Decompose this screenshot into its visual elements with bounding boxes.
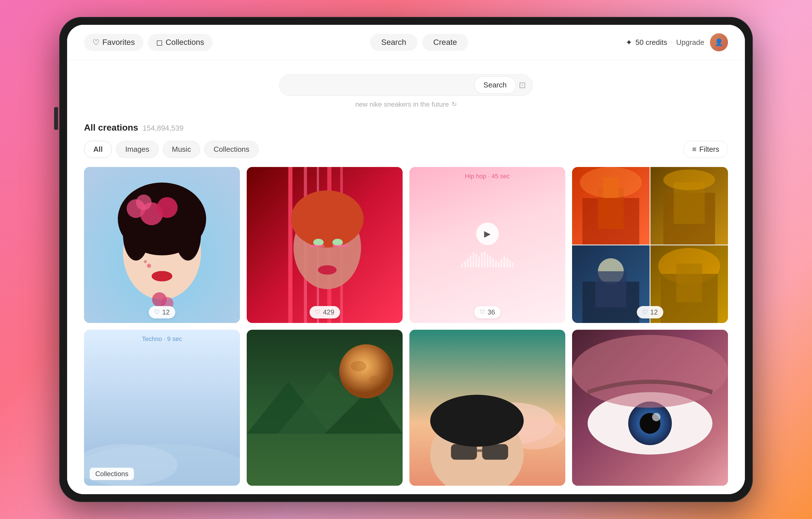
like-badge-0: ♡ 12 (149, 306, 175, 319)
collections-label: Collections (166, 38, 204, 47)
svg-point-52 (351, 361, 366, 372)
wave-bar (470, 255, 471, 268)
like-badge-1: ♡ 429 (309, 306, 340, 319)
grid-item-3[interactable]: ♡ 12 (572, 167, 728, 323)
main-content: All creations 154,894,539 All Images (67, 117, 745, 494)
image-search-icon[interactable] (519, 80, 526, 90)
grid-item-5[interactable] (247, 330, 403, 486)
svg-point-53 (369, 376, 379, 383)
grid-item-7[interactable] (572, 330, 728, 486)
svg-point-67 (572, 335, 728, 408)
image-techno: Techno · 9 sec (84, 330, 240, 486)
svg-rect-60 (477, 449, 482, 452)
grid-item-1[interactable]: ♡ 429 (247, 167, 403, 323)
heart-icon-1: ♡ (315, 308, 321, 316)
grid-item-inner-4: Techno · 9 sec Collections (84, 330, 240, 486)
like-badge-3: ♡ 12 (637, 306, 663, 319)
heart-icon (92, 38, 99, 47)
credits-value: 50 credits (636, 38, 667, 47)
wave-bar (464, 261, 466, 268)
play-icon (484, 229, 491, 239)
image-eye (572, 330, 728, 486)
image-castle-grid (572, 167, 728, 323)
tabs-left: All Images Music Collections (84, 141, 259, 158)
image-music: Hip hop · 45 sec (409, 167, 565, 323)
waveform (461, 251, 514, 268)
svg-point-4 (175, 209, 201, 261)
wave-bar (461, 263, 463, 268)
creations-count: 154,894,539 (143, 124, 183, 133)
play-button[interactable] (476, 223, 499, 245)
svg-point-9 (152, 271, 173, 281)
wave-bar (492, 258, 494, 268)
svg-point-35 (663, 169, 715, 190)
svg-rect-15 (288, 167, 292, 323)
app-container: Favorites Collections Search Create (67, 25, 745, 494)
image-red-woman (247, 167, 403, 323)
search-hint: new nike sneakers in the future (355, 101, 457, 108)
wave-bar (509, 261, 511, 268)
grid-item-inner-7 (572, 330, 728, 486)
svg-point-23 (332, 239, 343, 246)
tab-music[interactable]: Music (163, 141, 200, 158)
grid-item-2[interactable]: Hip hop · 45 sec (409, 167, 565, 323)
like-count-2: 36 (488, 308, 495, 316)
svg-rect-39 (596, 271, 627, 307)
wave-bar (472, 252, 474, 268)
svg-rect-25 (309, 245, 324, 247)
search-submit-button[interactable]: Search (474, 77, 516, 94)
credits-icon: ✦ (626, 38, 632, 47)
svg-point-51 (339, 345, 393, 399)
heart-icon-0: ♡ (154, 308, 160, 316)
techno-label: Techno · 9 sec (142, 335, 182, 343)
header-center-nav: Search Create (218, 34, 620, 51)
wave-bar (467, 258, 469, 268)
image-glasses-woman (409, 330, 565, 486)
svg-point-10 (147, 264, 151, 268)
tablet-device: Favorites Collections Search Create (59, 17, 753, 502)
app-header: Favorites Collections Search Create (67, 25, 745, 60)
collections-button[interactable]: Collections (148, 34, 212, 51)
grid-item-inner-2: Hip hop · 45 sec (409, 167, 565, 323)
user-avatar[interactable]: 👤 (710, 33, 728, 51)
grid-item-0[interactable]: ♡ 12 (84, 167, 240, 323)
search-nav-button[interactable]: Search (370, 34, 417, 51)
like-count-3: 12 (650, 308, 658, 316)
upgrade-button[interactable]: Upgrade (676, 38, 704, 47)
image-mars (247, 330, 403, 486)
svg-rect-59 (482, 444, 508, 460)
collections-icon (156, 38, 163, 47)
tab-images[interactable]: Images (116, 141, 158, 158)
search-nav-label: Search (381, 38, 406, 47)
svg-point-11 (144, 260, 147, 263)
svg-point-24 (318, 265, 337, 274)
avatar-image: 👤 (710, 33, 728, 51)
heart-icon-3: ♡ (642, 308, 648, 316)
grid-item-inner-5 (247, 330, 403, 486)
svg-point-61 (430, 394, 524, 446)
like-badge-2: ♡ 36 (474, 306, 501, 319)
wave-bar (495, 261, 497, 268)
tab-collections[interactable]: Collections (204, 141, 259, 158)
refresh-hint-icon[interactable] (452, 101, 457, 108)
tab-all[interactable]: All (84, 141, 112, 158)
creations-header: All creations 154,894,539 (84, 122, 728, 133)
castle-cell-2 (650, 167, 728, 245)
grid-item-6[interactable] (409, 330, 565, 486)
creations-title: All creations 154,894,539 (84, 122, 183, 133)
favorites-button[interactable]: Favorites (84, 34, 143, 51)
wave-bar (478, 256, 480, 268)
search-input[interactable] (286, 75, 474, 95)
grid-item-4[interactable]: Techno · 9 sec Collections (84, 330, 240, 486)
wave-bar (506, 257, 508, 268)
filters-label: Filters (699, 145, 719, 154)
castle-cell-1 (572, 167, 649, 245)
svg-point-8 (136, 195, 151, 210)
create-nav-button[interactable]: Create (422, 34, 468, 51)
filters-button[interactable]: Filters (684, 141, 728, 158)
wave-bar (489, 256, 491, 268)
svg-point-7 (157, 197, 178, 218)
header-left-nav: Favorites Collections (84, 34, 212, 51)
like-count-0: 12 (162, 308, 170, 316)
wave-bar (501, 259, 502, 268)
